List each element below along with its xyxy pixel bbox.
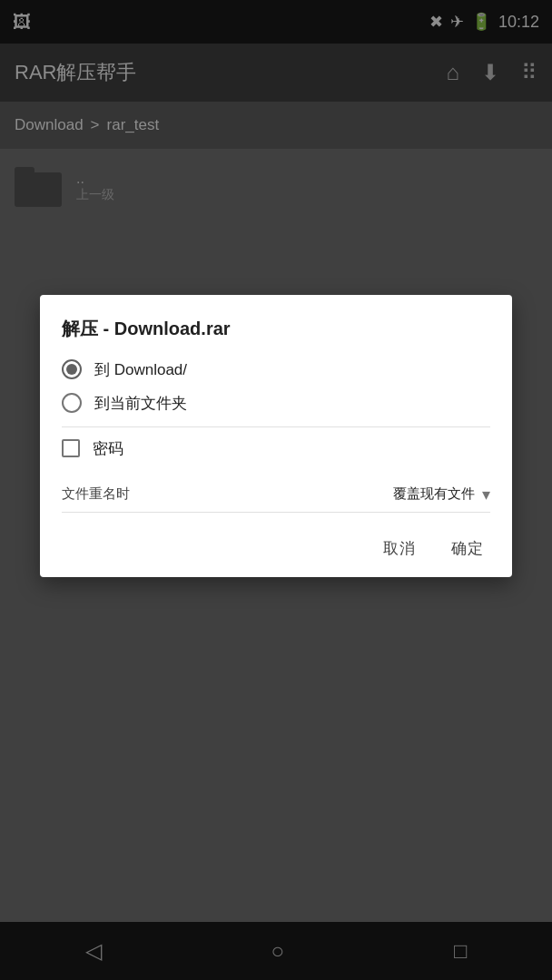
confirm-button[interactable]: 确定	[444, 534, 490, 563]
cancel-button[interactable]: 取消	[376, 534, 422, 563]
dropdown-row[interactable]: 文件重名时 覆盖现有文件 ▾	[62, 477, 490, 513]
radio-label-1: 到 Download/	[94, 359, 187, 380]
dialog: 解压 - Download.rar 到 Download/ 到当前文件夹 密码 …	[40, 295, 512, 577]
dialog-buttons: 取消 确定	[62, 534, 490, 563]
checkbox-password[interactable]: 密码	[62, 438, 490, 459]
dropdown-prefix: 文件重名时	[62, 485, 130, 503]
radio-label-2: 到当前文件夹	[94, 393, 187, 414]
dialog-title: 解压 - Download.rar	[62, 317, 490, 341]
radio-circle-1[interactable]	[62, 359, 82, 379]
checkbox-box[interactable]	[62, 439, 80, 457]
divider-1	[62, 426, 490, 427]
radio-circle-2[interactable]	[62, 393, 82, 413]
dropdown-value: 覆盖现有文件	[393, 485, 475, 503]
chevron-down-icon: ▾	[482, 485, 490, 505]
modal-overlay: 解压 - Download.rar 到 Download/ 到当前文件夹 密码 …	[0, 0, 552, 980]
dropdown-right[interactable]: 覆盖现有文件 ▾	[393, 485, 490, 505]
checkbox-label: 密码	[93, 438, 123, 459]
radio-option-download[interactable]: 到 Download/	[62, 359, 490, 380]
radio-option-current[interactable]: 到当前文件夹	[62, 393, 490, 414]
